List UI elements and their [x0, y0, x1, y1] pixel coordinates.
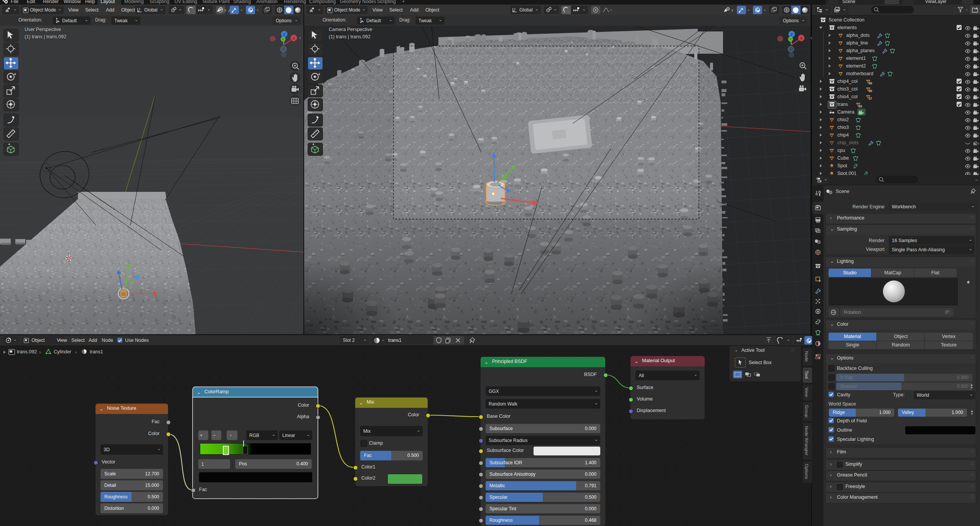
svg-text:Y: Y [282, 38, 284, 41]
svg-text:X: X [800, 36, 802, 40]
svg-text:Y: Y [789, 38, 792, 41]
svg-text:Z: Z [791, 33, 793, 36]
svg-text:X: X [293, 36, 295, 40]
svg-text:Z: Z [283, 33, 285, 36]
